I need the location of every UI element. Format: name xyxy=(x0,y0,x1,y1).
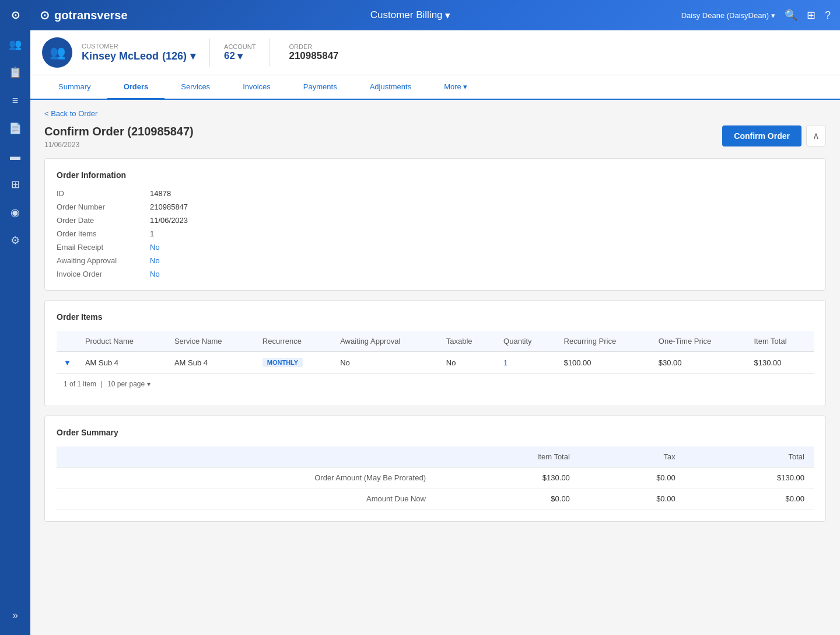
summary-th-total: Total xyxy=(685,446,814,467)
tab-payments[interactable]: Payments xyxy=(287,75,354,100)
order-section: ORDER 210985847 xyxy=(289,43,338,62)
sidebar-item-files[interactable]: 📄 xyxy=(0,114,30,142)
order-information-title: Order Information xyxy=(57,170,814,180)
th-product-name: Product Name xyxy=(78,331,167,352)
expand-icon[interactable]: » xyxy=(0,601,30,629)
order-value: 210985847 xyxy=(289,50,338,62)
order-summary-table: Item Total Tax Total Order Amount (May B… xyxy=(57,446,814,510)
per-page-selector[interactable]: 10 per page ▾ xyxy=(107,380,150,388)
order-items-table: Product Name Service Name Recurrence Awa… xyxy=(57,331,814,374)
field-value-email-receipt[interactable]: No xyxy=(150,243,814,252)
table-header-row: Product Name Service Name Recurrence Awa… xyxy=(57,331,814,352)
people-icon: 👥 xyxy=(9,38,22,51)
field-label-order-items: Order Items xyxy=(57,229,150,238)
recurrence-badge: MONTHLY xyxy=(262,358,303,367)
order-summary-title: Order Summary xyxy=(57,428,814,437)
customer-header: 👥 CUSTOMER Kinsey McLeod (126) ▾ ACCOUNT… xyxy=(30,30,840,75)
tab-adjustments[interactable]: Adjustments xyxy=(354,75,428,100)
summary-th-label xyxy=(57,446,435,467)
topnav-title[interactable]: Customer Billing ▾ xyxy=(370,9,450,22)
pagination-divider: | xyxy=(101,380,103,388)
field-value-invoice-order[interactable]: No xyxy=(150,270,814,278)
order-info-grid: ID 14878 Order Number 210985847 Order Da… xyxy=(57,189,814,278)
sidebar-expand[interactable]: » xyxy=(0,601,30,629)
field-label-order-date: Order Date xyxy=(57,216,150,225)
order-items-title: Order Items xyxy=(57,312,814,322)
row-service-name: AM Sub 4 xyxy=(167,352,256,374)
quantity-link[interactable]: 1 xyxy=(503,358,508,367)
account-section: ACCOUNT 62 ▾ xyxy=(224,43,256,62)
search-icon[interactable]: 🔍 xyxy=(785,9,797,22)
logo-icon: ⊙ xyxy=(11,9,20,22)
order-summary-body: Order Summary Item Total Tax Total xyxy=(45,416,825,521)
per-page-arrow: ▾ xyxy=(147,380,150,388)
order-label: ORDER xyxy=(289,43,338,50)
topnav-right: Daisy Deane (DaisyDean) ▾ 🔍 ⊞ ? xyxy=(681,9,831,22)
list-icon: ≡ xyxy=(12,95,19,107)
divider-2 xyxy=(270,39,270,67)
th-awaiting-approval: Awaiting Approval xyxy=(333,331,439,352)
tab-orders[interactable]: Orders xyxy=(107,75,165,100)
sidebar-item-grid[interactable]: ⊞ xyxy=(0,170,30,198)
account-label: ACCOUNT xyxy=(224,43,256,50)
sidebar-item-list[interactable]: ≡ xyxy=(0,86,30,114)
settings-icon: ⚙ xyxy=(10,234,20,247)
app-logo[interactable]: ⊙ xyxy=(0,0,30,30)
tab-more[interactable]: More ▾ xyxy=(428,75,484,100)
summary-label-amount-due: Amount Due Now xyxy=(57,489,435,510)
summary-item-total-order-amount: $130.00 xyxy=(435,467,579,489)
apps-icon[interactable]: ⊞ xyxy=(807,9,816,22)
collapse-button[interactable]: ∧ xyxy=(806,125,826,146)
confirm-order-title-block: Confirm Order (210985847) 11/06/2023 xyxy=(44,125,194,149)
field-value-order-number: 210985847 xyxy=(150,203,814,211)
summary-tax-amount-due: $0.00 xyxy=(579,489,685,510)
field-value-order-date: 11/06/2023 xyxy=(150,216,814,225)
content-area: 👥 CUSTOMER Kinsey McLeod (126) ▾ ACCOUNT… xyxy=(30,30,840,635)
row-awaiting-approval: No xyxy=(333,352,439,374)
customer-info: CUSTOMER Kinsey McLeod (126) ▾ xyxy=(82,43,195,62)
tab-invoices[interactable]: Invoices xyxy=(226,75,287,100)
divider-1 xyxy=(209,39,210,67)
row-expand-icon[interactable]: ▼ xyxy=(57,352,78,374)
topnav: ⊙ gotransverse Customer Billing ▾ Daisy … xyxy=(30,0,840,30)
th-item-total: Item Total xyxy=(747,331,814,352)
summary-total-amount-due: $0.00 xyxy=(685,489,814,510)
row-quantity: 1 xyxy=(496,352,556,374)
order-information-body: Order Information ID 14878 Order Number … xyxy=(45,159,825,290)
help-icon[interactable]: ? xyxy=(825,9,831,22)
field-value-awaiting-approval[interactable]: No xyxy=(150,256,814,265)
confirm-order-button[interactable]: Confirm Order xyxy=(722,125,802,146)
sidebar-item-cards[interactable]: ▬ xyxy=(0,142,30,170)
row-recurring-price: $100.00 xyxy=(557,352,652,374)
account-value[interactable]: 62 ▾ xyxy=(224,50,256,62)
topnav-center: Customer Billing ▾ xyxy=(139,9,681,22)
customer-dropdown-arrow: ▾ xyxy=(190,50,195,62)
row-item-total: $130.00 xyxy=(747,352,814,374)
sidebar-item-customers[interactable]: 👥 xyxy=(0,30,30,58)
order-information-card: Order Information ID 14878 Order Number … xyxy=(44,158,826,291)
field-label-id: ID xyxy=(57,189,150,198)
customer-label: CUSTOMER xyxy=(82,43,195,50)
field-value-order-items: 1 xyxy=(150,229,814,238)
order-summary-card: Order Summary Item Total Tax Total xyxy=(44,416,826,522)
customer-avatar: 👥 xyxy=(42,37,72,68)
row-product-name: AM Sub 4 xyxy=(78,352,167,374)
sidebar-item-documents[interactable]: 📋 xyxy=(0,58,30,86)
field-value-id: 14878 xyxy=(150,189,814,198)
order-items-card: Order Items Product Name Service Name Re… xyxy=(44,300,826,406)
confirm-order-title: Confirm Order (210985847) xyxy=(44,125,194,138)
card-icon: ▬ xyxy=(10,151,20,163)
summary-th-tax: Tax xyxy=(579,446,685,467)
tab-summary[interactable]: Summary xyxy=(42,75,107,100)
sidebar-item-palette[interactable]: ◉ xyxy=(0,198,30,226)
tab-services[interactable]: Services xyxy=(164,75,226,100)
sidebar-item-settings[interactable]: ⚙ xyxy=(0,226,30,254)
customer-name[interactable]: Kinsey McLeod (126) ▾ xyxy=(82,50,195,62)
summary-total-order-amount: $130.00 xyxy=(685,467,814,489)
th-recurring-price: Recurring Price xyxy=(557,331,652,352)
back-to-order-link[interactable]: < Back to Order xyxy=(44,109,826,118)
confirm-order-header: Confirm Order (210985847) 11/06/2023 Con… xyxy=(44,125,826,149)
th-recurrence: Recurrence xyxy=(256,331,333,352)
field-label-awaiting-approval: Awaiting Approval xyxy=(57,256,150,265)
topnav-user[interactable]: Daisy Deane (DaisyDean) ▾ xyxy=(681,11,775,20)
